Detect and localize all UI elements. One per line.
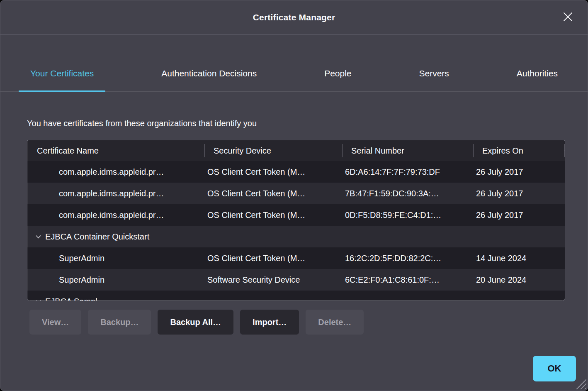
table-row[interactable]: SuperAdmin Software Security Device 6C:E…: [27, 269, 565, 291]
cell-expires-on: 14 June 2024: [474, 247, 555, 269]
cell-expires-on: 26 July 2017: [474, 161, 555, 183]
cell-spacer: [555, 269, 565, 291]
cell-serial-number: 7B:47:F1:59:DC:90:3A:…: [343, 183, 474, 204]
column-header-expires-on[interactable]: Expires On: [474, 140, 555, 161]
cell-certificate-name: com.apple.idms.appleid.pr…: [27, 204, 205, 226]
cell-expires-on: 20 June 2024: [474, 269, 555, 291]
tab-authorities[interactable]: Authorities: [505, 68, 569, 91]
table-row[interactable]: com.apple.idms.appleid.pr… OS Client Cer…: [27, 161, 565, 183]
cell-spacer: [555, 204, 565, 226]
backup-button[interactable]: Backup…: [88, 310, 151, 335]
group-row[interactable]: EJBCA Container Quickstart: [27, 226, 565, 247]
tab-your-certificates[interactable]: Your Certificates: [19, 68, 105, 91]
ok-button[interactable]: OK: [533, 356, 576, 381]
chevron-down-icon[interactable]: [36, 300, 41, 301]
table-body: com.apple.idms.appleid.pr… OS Client Cer…: [27, 161, 565, 301]
intro-text: You have certificates from these organiz…: [27, 119, 561, 128]
delete-button[interactable]: Delete…: [306, 310, 364, 335]
cell-certificate-name: SuperAdmin: [27, 269, 205, 291]
chevron-down-icon[interactable]: [36, 235, 41, 239]
cell-security-device: Software Security Device: [205, 269, 343, 291]
action-button-bar: View…Backup…Backup All…Import…Delete…: [29, 310, 588, 335]
tab-people[interactable]: People: [313, 68, 363, 91]
tab-authentication-decisions[interactable]: Authentication Decisions: [150, 68, 268, 91]
cell-serial-number: 6D:A6:14:7F:7F:79:73:DF: [343, 161, 474, 183]
view-button[interactable]: View…: [29, 310, 81, 335]
column-header-certificate-name[interactable]: Certificate Name: [27, 140, 205, 161]
column-header-security-device[interactable]: Security Device: [205, 140, 343, 161]
cell-certificate-name: com.apple.idms.appleid.pr…: [27, 183, 205, 204]
group-row[interactable]: EJBCA Sampl: [27, 291, 565, 301]
cell-serial-number: 6C:E2:F0:A1:C8:61:0F:…: [343, 269, 474, 291]
cell-expires-on: 26 July 2017: [474, 204, 555, 226]
table-row[interactable]: com.apple.idms.appleid.pr… OS Client Cer…: [27, 204, 565, 226]
column-header-serial-number[interactable]: Serial Number: [343, 140, 474, 161]
cell-certificate-name: com.apple.idms.appleid.pr…: [27, 161, 205, 183]
cell-security-device: OS Client Cert Token (M…: [205, 247, 343, 269]
cell-security-device: OS Client Cert Token (M…: [205, 183, 343, 204]
cell-spacer: [555, 247, 565, 269]
titlebar: Certificate Manager: [0, 0, 588, 34]
cell-spacer: [555, 183, 565, 204]
resize-grip[interactable]: [576, 379, 586, 389]
group-label: EJBCA Container Quickstart: [45, 232, 149, 242]
tab-strip: Your CertificatesAuthentication Decision…: [0, 34, 588, 92]
certificates-table: Certificate NameSecurity DeviceSerial Nu…: [27, 140, 565, 301]
backup-all-button[interactable]: Backup All…: [158, 310, 233, 335]
cell-spacer: [555, 161, 565, 183]
close-button[interactable]: [560, 10, 575, 25]
table-row[interactable]: SuperAdmin OS Client Cert Token (M… 16:2…: [27, 247, 565, 269]
cell-serial-number: 16:2C:2D:5F:DD:82:2C:…: [343, 247, 474, 269]
cell-security-device: OS Client Cert Token (M…: [205, 204, 343, 226]
tab-servers[interactable]: Servers: [407, 68, 460, 91]
certificate-manager-dialog: Certificate Manager Your CertificatesAut…: [0, 0, 588, 391]
cell-security-device: OS Client Cert Token (M…: [205, 161, 343, 183]
table-header: Certificate NameSecurity DeviceSerial Nu…: [27, 140, 565, 161]
import-button[interactable]: Import…: [240, 310, 299, 335]
cell-certificate-name: SuperAdmin: [27, 247, 205, 269]
cell-serial-number: 0D:F5:D8:59:FE:C4:D1:…: [343, 204, 474, 226]
page-title: Certificate Manager: [253, 12, 335, 22]
column-picker-icon[interactable]: [555, 140, 565, 161]
cell-expires-on: 26 July 2017: [474, 183, 555, 204]
close-icon: [562, 11, 573, 24]
table-row[interactable]: com.apple.idms.appleid.pr… OS Client Cer…: [27, 183, 565, 204]
group-label: EJBCA Sampl: [45, 297, 97, 301]
